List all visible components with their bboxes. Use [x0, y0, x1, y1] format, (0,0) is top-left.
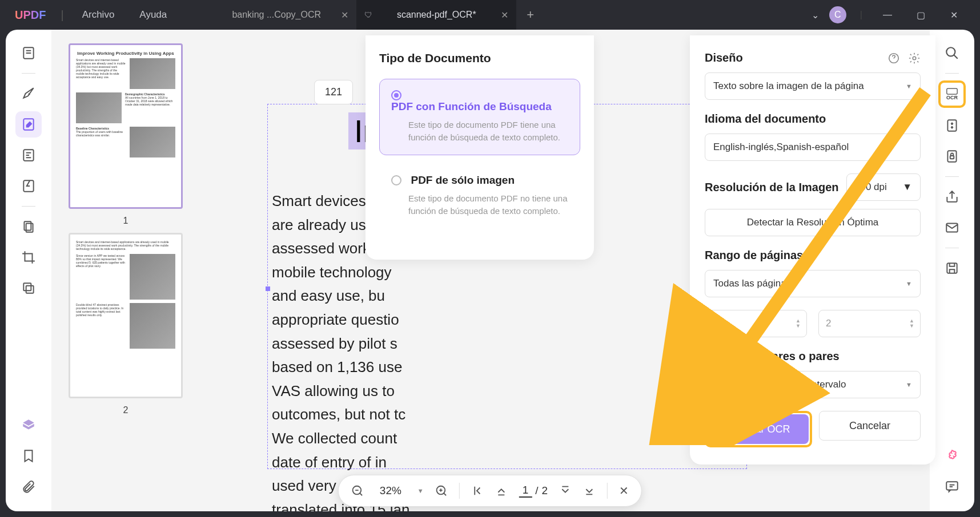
range-to-field[interactable] — [826, 318, 913, 329]
svg-rect-11 — [947, 151, 956, 162]
option-title: PDF de sólo imagen — [411, 174, 515, 187]
range-label: Rango de páginas — [705, 249, 921, 262]
layers-icon[interactable] — [15, 412, 42, 438]
document-tabs: banking ...Copy_OCR ✕ 🛡 scanned-pdf_OCR*… — [196, 0, 812, 30]
window-controls: ⌄ C | — ▢ ✕ — [812, 6, 974, 23]
zoom-bar: 32% ▼ 1 / 2 ✕ — [338, 475, 642, 507]
ocr-button[interactable]: OCR — [938, 80, 966, 108]
save-icon[interactable] — [939, 255, 965, 281]
zoom-dropdown[interactable]: ▼ — [417, 487, 424, 494]
cancel-button[interactable]: Cancelar — [819, 411, 921, 441]
svg-rect-12 — [950, 156, 954, 159]
logo-separator: | — [61, 9, 63, 22]
comment-icon[interactable] — [15, 80, 42, 107]
range-from-field[interactable] — [712, 318, 800, 329]
tab-label: banking ...Copy_OCR — [232, 10, 321, 20]
shield-icon: 🛡 — [364, 10, 372, 19]
titlebar: UPDF | Archivo Ayuda banking ...Copy_OCR… — [0, 0, 980, 30]
page-number-1: 1 — [123, 216, 128, 226]
range-to-input[interactable]: ▲▼ — [818, 310, 921, 337]
help-icon[interactable] — [887, 52, 900, 64]
close-icon[interactable]: ✕ — [501, 10, 508, 21]
attachment-icon[interactable] — [15, 474, 42, 500]
menu-help[interactable]: Ayuda — [139, 9, 167, 21]
close-icon[interactable]: ✕ — [341, 10, 348, 21]
zoom-out-button[interactable] — [351, 484, 364, 497]
edit-icon[interactable] — [15, 111, 42, 138]
menu-file[interactable]: Archivo — [82, 9, 115, 21]
first-page-button[interactable] — [471, 484, 484, 497]
svg-rect-7 — [26, 286, 34, 293]
page-tools-icon[interactable] — [15, 213, 42, 240]
new-tab-button[interactable]: + — [527, 7, 534, 22]
minimize-button[interactable]: — — [876, 10, 899, 20]
chevron-down-icon: ▼ — [906, 280, 912, 287]
reader-icon[interactable] — [15, 40, 42, 66]
doctype-heading: Tipo de Documento — [379, 51, 580, 65]
chevron-down-icon[interactable]: ⌄ — [812, 10, 819, 21]
gear-icon[interactable] — [908, 52, 921, 64]
right-sidebar: OCR — [930, 30, 974, 511]
option-title: PDF con Función de Búsqueda — [391, 100, 552, 113]
close-zoombar-button[interactable]: ✕ — [619, 484, 629, 498]
left-sidebar — [6, 30, 51, 511]
crop-icon[interactable] — [15, 244, 42, 270]
search-icon[interactable] — [939, 40, 965, 66]
organize-icon[interactable] — [15, 142, 42, 168]
parity-label: Páginas impares o pares — [705, 350, 921, 363]
chevron-down-icon: ▼ — [906, 83, 912, 90]
chevron-down-icon: ▼ — [902, 181, 912, 193]
detect-resolution-button[interactable]: Detectar la Resolución Óptima — [705, 209, 921, 236]
range-select[interactable]: Todas las páginas▼ — [705, 270, 921, 297]
ai-icon[interactable] — [939, 443, 965, 469]
element-size-badge: 121 — [314, 80, 353, 104]
thumbnail-panel: Improve Working Productivity in Using Ap… — [51, 30, 200, 511]
parity-select[interactable]: Todas las páginas del intervalo▼ — [705, 371, 921, 398]
next-page-button[interactable] — [559, 484, 572, 497]
thumbnail-page-2[interactable]: Smart devices and internet-based applica… — [69, 233, 183, 398]
svg-rect-5 — [26, 224, 33, 232]
last-page-button[interactable] — [583, 484, 596, 497]
design-label: Diseño — [705, 51, 743, 64]
zoom-value[interactable]: 32% — [380, 484, 401, 497]
option-desc: Este tipo de documento PDF no tiene una … — [408, 192, 568, 218]
option-desc: Este tipo de documento PDF tiene una fun… — [408, 119, 568, 144]
svg-rect-15 — [946, 482, 958, 490]
maximize-button[interactable]: ▢ — [909, 10, 932, 21]
thumbnail-page-1[interactable]: Improve Working Productivity in Using Ap… — [69, 43, 183, 209]
tab-label: scanned-pdf_OCR* — [397, 10, 476, 20]
doctype-image-only[interactable]: PDF de sólo imagen Este tipo de document… — [379, 163, 580, 229]
doctype-panel: Tipo de Documento PDF con Función de Bús… — [366, 35, 594, 260]
svg-point-17 — [913, 56, 916, 60]
svg-point-8 — [946, 47, 955, 56]
zoom-in-button[interactable] — [435, 484, 448, 497]
current-page[interactable]: 1 — [519, 484, 532, 498]
chat-icon[interactable] — [939, 474, 965, 500]
svg-rect-6 — [23, 283, 31, 290]
mail-icon[interactable] — [939, 215, 965, 241]
total-pages: 2 — [542, 484, 548, 497]
compress-icon[interactable] — [939, 112, 965, 139]
radio-icon — [391, 90, 401, 100]
page-indicator[interactable]: 1 / 2 — [519, 484, 548, 498]
ocr-settings-panel: Diseño Texto sobre la imagen de la págin… — [690, 35, 935, 465]
form-icon[interactable] — [15, 173, 42, 199]
close-button[interactable]: ✕ — [942, 10, 965, 21]
avatar[interactable]: C — [829, 6, 846, 23]
doctype-searchable[interactable]: PDF con Función de Búsqueda Este tipo de… — [379, 79, 580, 155]
prev-page-button[interactable] — [495, 484, 508, 497]
chevron-down-icon: ▼ — [906, 381, 912, 388]
resolution-select[interactable]: 300 dpi▼ — [846, 173, 921, 201]
range-from-input[interactable]: ▲▼ — [705, 310, 807, 337]
share-icon[interactable] — [939, 184, 965, 210]
radio-icon — [391, 175, 401, 185]
lang-select[interactable]: English-inglés,Spanish-español — [705, 134, 921, 161]
bookmark-icon[interactable] — [15, 443, 42, 469]
tab-banking[interactable]: banking ...Copy_OCR ✕ — [196, 0, 356, 30]
design-select[interactable]: Texto sobre la imagen de la página▼ — [705, 72, 921, 100]
protect-icon[interactable] — [939, 143, 965, 169]
redact-icon[interactable] — [15, 275, 42, 301]
tab-scanned-pdf[interactable]: 🛡 scanned-pdf_OCR* ✕ — [356, 0, 516, 30]
run-ocr-button[interactable]: Ejecutar OCR — [708, 414, 809, 444]
resolution-label: Resolución de la Imagen — [705, 181, 839, 194]
